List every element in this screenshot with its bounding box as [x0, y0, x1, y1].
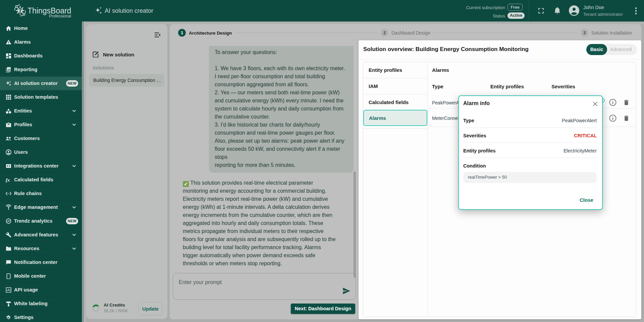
svg-text:fx: fx: [6, 177, 10, 183]
